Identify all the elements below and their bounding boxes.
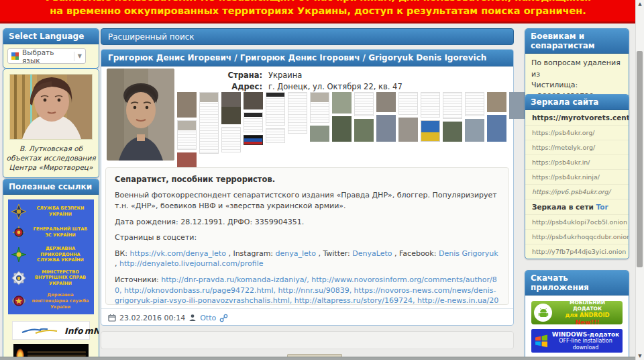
evidence-thumbnail[interactable] [199,92,219,154]
evidence-thumbnail[interactable] [376,92,396,112]
link-sbu[interactable]: СЛУЖБА БЕЗПЕКИ УКРАЇНИ [11,204,91,219]
evidence-thumbnail[interactable] [244,92,263,109]
evidence-thumbnail[interactable] [398,92,418,115]
evidence-thumbnail[interactable] [221,127,241,152]
vertical-scrollbar[interactable]: ▲ ▼ [635,0,644,360]
border-service-emblem-icon [11,247,27,262]
evidence-thumbnail[interactable] [487,115,506,142]
google-translate-icon [11,52,19,60]
birth-line: Дата рождения: 28.12.1991. ДРФО: 3359904… [115,217,500,228]
mirrors-box: Зеркала сайта https://myrotvorets.center… [525,94,629,259]
evidence-thumbnail[interactable] [398,118,418,142]
twitter-link[interactable]: DenyaLeto [352,249,392,258]
evidence-collage [177,92,529,167]
warning-line-clipped: Уважаемые пользователи! По независящим о… [0,0,636,3]
address-value: г. Донецк, ул. Октября 22, кв. 47 [268,82,402,91]
dossier-text: Сепаратист, пособник террористов. Военны… [105,167,509,305]
penitentiary-emblem-icon [11,294,27,308]
apps-box: Скачать приложения МОБІЛЬНИЙ ДОДАТОК для… [525,270,629,360]
windows-app-banner[interactable]: WINDOWS-додаток OFF-line installation do… [531,329,623,353]
tor-link[interactable]: Tor [596,203,608,211]
evidence-thumbnail[interactable] [354,119,374,142]
evidence-thumbnail[interactable] [332,116,352,142]
evidence-thumbnail[interactable] [266,92,285,126]
evidence-thumbnail[interactable] [332,92,352,114]
evidence-thumbnail[interactable] [221,92,241,124]
evidence-thumbnail[interactable] [244,135,263,145]
link-mvs[interactable]: МІНІСТЕРСТВО ВНУТРІШНІХ СПРАВ УКРАЇНИ [11,269,91,287]
profile-title: Григорюк Денис Игоревич / Григорюк Денис… [101,50,513,66]
select-language-header: Select Language [3,29,99,44]
profile-photo[interactable] [107,69,174,161]
mirror-link[interactable]: https://metelyk.org/ [525,140,629,154]
permalink-icon[interactable] [219,314,228,322]
link-border-service[interactable]: ДЕРЖАВНА ПРИКОРДОННА СЛУЖБА УКРАЇНИ [11,246,91,263]
evidence-thumbnail[interactable] [177,120,197,150]
profile-footer: 23.02.2016 00:14 Otto [101,308,513,326]
instagram-link[interactable]: denya_leto [276,249,316,258]
contact-line1: По вопросам удаления из [531,58,623,80]
useful-links-header: Полезные ссылки [3,179,99,195]
author-link[interactable]: Otto [200,314,216,322]
source-links[interactable]: http://dnr-pravda.ru/komanda-izdaniya/, … [115,275,498,305]
calendar-icon [108,314,116,322]
advanced-search-label: Расширенный поиск [108,32,195,42]
scroll-down-arrow[interactable]: ▼ [636,353,644,359]
informnapalm-wave-icon [18,328,61,334]
link-penitentiary[interactable]: Державна пенітенціарна служба України [11,292,91,310]
advanced-search-bar[interactable]: Расширенный поиск [101,28,514,45]
social-links-line: ВК: https://vk.com/denya_leto , Instagra… [115,249,500,269]
mirror-link[interactable]: https://psb4ukr.org/ [525,125,629,140]
link-genstab[interactable]: ГЕНЕРАЛЬНИЙ ШТАБ ЗС УКРАЇНИ [11,225,91,240]
evidence-thumbnail[interactable] [487,92,506,112]
useful-links-box: Полезные ссылки СЛУЖБА БЕЗПЕКИ УКРАЇНИ Г… [3,179,99,360]
mirror-link[interactable]: https://myrotvorets.center/ [525,110,629,125]
mirror-link[interactable]: https://psb4ukr.ninja/ [525,169,629,184]
livejournal-link[interactable]: http://denyaleto.livejournal.com/profile [119,259,264,268]
country-label: Страна: [222,71,262,80]
video-box: В. Лутковская об объектах исследования Ц… [3,69,99,178]
evidence-thumbnail[interactable] [288,92,307,134]
contact-line2: Чистилища: [531,80,623,91]
scroll-up-arrow[interactable]: ▲ [636,1,644,7]
chevron-down-icon[interactable]: ▼ [78,53,82,59]
android-app-banner[interactable]: МОБІЛЬНИЙ ДОДАТОК для ANDROID New!!! [531,301,623,324]
apps-header: Скачать приложения [525,271,629,296]
onion-mirror-link[interactable]: http://y7fb7p44dje3yici.onion [525,244,629,259]
evidence-thumbnail[interactable] [421,120,440,142]
sources-label: Источники: [115,275,159,284]
lutkovska-photo[interactable] [9,74,93,140]
mirror-link[interactable]: https://ipv6.psb4ukr.org/ [525,184,629,199]
language-select-widget[interactable]: Выбрать язык ▼ [7,48,86,64]
evidence-thumbnail[interactable] [465,119,484,142]
mirror-link[interactable]: https://psb4ukr.in/ [525,154,629,169]
evidence-thumbnail[interactable] [310,126,329,142]
evidence-thumbnail[interactable] [443,122,462,142]
scrollbar-thumb[interactable] [637,51,643,267]
address-label: Адрес: [222,82,262,91]
page-bottom-strip [0,357,636,360]
person-icon [189,314,197,322]
gov-links-banner: СЛУЖБА БЕЗПЕКИ УКРАЇНИ ГЕНЕРАЛЬНИЙ ШТАБ … [8,199,94,314]
genstab-emblem-icon [11,225,27,240]
social-header: Страницы в соцсети: [115,232,500,243]
evidence-thumbnail[interactable] [443,92,462,119]
tor-mirrors-header: Зеркала в сети Tor [525,199,629,214]
country-value: Украина [268,71,302,80]
evidence-thumbnail[interactable] [244,112,263,132]
facebook-link[interactable]: Denis Grigoryuk [439,249,498,258]
evidence-thumbnail[interactable] [177,92,197,118]
evidence-thumbnail[interactable] [310,92,329,123]
informnapalm-logo[interactable]: InfomNapalm [12,321,90,340]
onion-mirror-link[interactable]: http://psb4ukrhoqqcdubr.onion [525,229,629,244]
evidence-thumbnail[interactable] [465,92,484,116]
evidence-thumbnail[interactable] [266,128,285,143]
evidence-thumbnail[interactable] [376,115,396,142]
evidence-thumbnail[interactable] [177,152,197,167]
onion-mirror-link[interactable]: http://psb4uklopi7ocb5l.onion [525,214,629,229]
language-select-label: Выбрать язык [22,48,70,64]
evidence-thumbnail[interactable] [354,92,374,116]
evidence-thumbnail[interactable] [421,92,440,118]
verdict-line: Сепаратист, пособник террористов. [115,174,500,185]
vk-link[interactable]: https://vk.com/denya_leto [130,249,226,258]
